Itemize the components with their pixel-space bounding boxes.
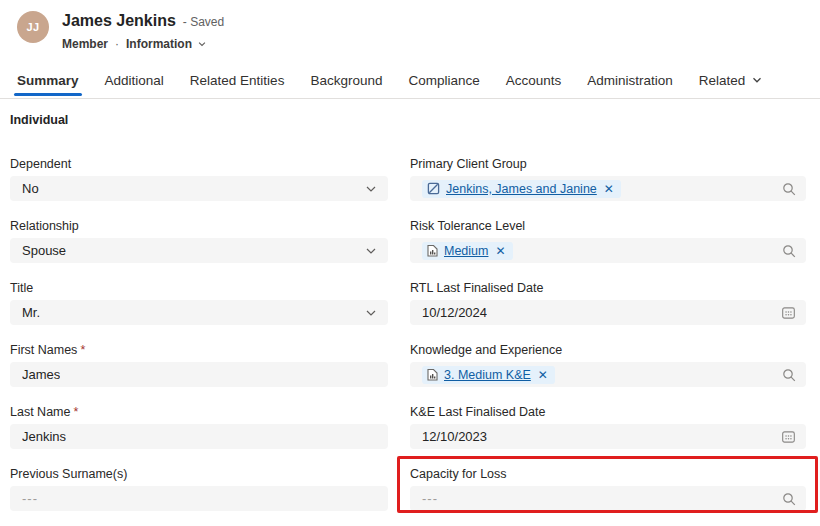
section-title: Individual [10,113,68,127]
chevron-down-icon[interactable] [364,244,378,258]
capacity-for-loss-lookup[interactable]: --- [410,486,806,511]
entity-type-label: Member [62,37,108,51]
field-title: Title Mr. [10,281,388,325]
form-column-right: Primary Client Group Jenkins, James and … [410,157,806,526]
field-label: Primary Client Group [410,157,806,172]
lookup-pill[interactable]: Jenkins, James and Janine ✕ [422,180,621,198]
field-label: K&E Last Finalised Date [410,405,806,420]
search-icon[interactable] [782,492,796,506]
first-names-input[interactable]: James [10,362,388,387]
lookup-record-link[interactable]: 3. Medium K&E [444,368,531,382]
field-risk-tolerance-level: Risk Tolerance Level Medium ✕ [410,219,806,263]
field-rtl-last-finalised-date: RTL Last Finalised Date 10/12/2024 [410,281,806,325]
dependent-dropdown[interactable]: No [10,176,388,201]
tab-related-entities[interactable]: Related Entities [190,62,285,98]
field-label: Title [10,281,388,296]
required-indicator: * [73,405,78,419]
form-selector-label: Information [126,37,192,51]
rtl-date-input[interactable]: 10/12/2024 [410,300,806,325]
field-relationship: Relationship Spouse [10,219,388,263]
calendar-icon[interactable] [781,305,796,320]
field-label: Last Name* [10,405,388,420]
dot-separator: · [115,37,119,51]
primary-client-group-lookup[interactable]: Jenkins, James and Janine ✕ [410,176,806,201]
tab-related-dropdown[interactable]: Related [699,62,764,98]
avatar-initials: JJ [26,21,39,33]
lookup-pill[interactable]: Medium ✕ [422,242,513,260]
tab-summary[interactable]: Summary [17,62,79,98]
tab-accounts[interactable]: Accounts [506,62,562,98]
field-label: First Names* [10,343,388,358]
remove-icon[interactable]: ✕ [494,245,505,257]
search-icon[interactable] [782,182,796,196]
field-label: Previous Surname(s) [10,467,388,482]
form-selector[interactable]: Information [126,37,207,51]
field-dependent: Dependent No [10,157,388,201]
field-previous-surnames: Previous Surname(s) --- [10,467,388,511]
page-title: James Jenkins [62,12,176,30]
field-label: Relationship [10,219,388,234]
field-label: Dependent [10,157,388,172]
previous-surnames-input[interactable]: --- [10,486,388,511]
relationship-dropdown[interactable]: Spouse [10,238,388,263]
client-group-record-icon [427,182,440,195]
chevron-down-icon [197,39,207,49]
calendar-icon[interactable] [781,429,796,444]
chevron-down-icon[interactable] [364,182,378,196]
ke-date-input[interactable]: 12/10/2023 [410,424,806,449]
lookup-record-link[interactable]: Medium [444,244,488,258]
field-last-name: Last Name* Jenkins [10,405,388,449]
save-status: - Saved [183,15,224,29]
field-label: Risk Tolerance Level [410,219,806,234]
avatar[interactable]: JJ [17,11,49,43]
rating-record-icon [427,244,438,257]
lookup-record-link[interactable]: Jenkins, James and Janine [446,182,597,196]
last-name-input[interactable]: Jenkins [10,424,388,449]
risk-tolerance-lookup[interactable]: Medium ✕ [410,238,806,263]
rating-record-icon [427,368,438,381]
remove-icon[interactable]: ✕ [603,183,614,195]
field-label: Knowledge and Experience [410,343,806,358]
field-ke-last-finalised-date: K&E Last Finalised Date 12/10/2023 [410,405,806,449]
tab-additional[interactable]: Additional [105,62,164,98]
record-form-page: JJ James Jenkins - Saved Member · Inform… [0,0,820,526]
required-indicator: * [80,343,85,357]
form-column-left: Dependent No Relationship Spouse Title M… [10,157,388,526]
field-label: Capacity for Loss [410,467,806,482]
tab-administration[interactable]: Administration [587,62,673,98]
chevron-down-icon[interactable] [364,306,378,320]
title-dropdown[interactable]: Mr. [10,300,388,325]
form-tabbar: Summary Additional Related Entities Back… [0,62,820,99]
field-label: RTL Last Finalised Date [410,281,806,296]
field-knowledge-and-experience: Knowledge and Experience 3. Medium K&E ✕ [410,343,806,387]
field-first-names: First Names* James [10,343,388,387]
search-icon[interactable] [782,244,796,258]
remove-icon[interactable]: ✕ [537,369,548,381]
record-header: JJ James Jenkins - Saved Member · Inform… [0,0,820,58]
tab-background[interactable]: Background [310,62,382,98]
tab-compliance[interactable]: Compliance [408,62,479,98]
chevron-down-icon [751,74,763,86]
field-capacity-for-loss: Capacity for Loss --- [410,467,806,511]
field-primary-client-group: Primary Client Group Jenkins, James and … [410,157,806,201]
search-icon[interactable] [782,368,796,382]
lookup-pill[interactable]: 3. Medium K&E ✕ [422,366,555,384]
knowledge-experience-lookup[interactable]: 3. Medium K&E ✕ [410,362,806,387]
